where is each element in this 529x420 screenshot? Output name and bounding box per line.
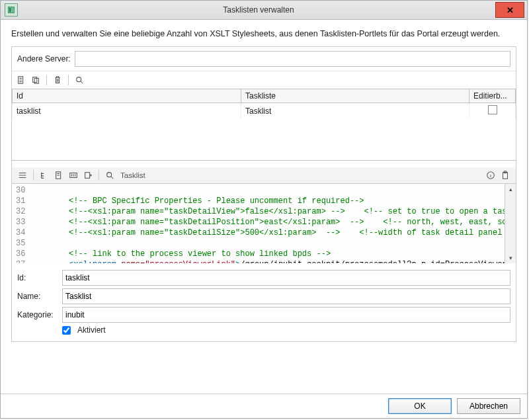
svg-point-5 [77,77,81,82]
svg-rect-0 [9,7,15,13]
name-label: Name: [17,292,58,301]
tasklist-panel: Andere Server: Id Taskliste Editierb... [11,46,516,342]
name-field[interactable] [62,288,510,304]
svg-rect-1 [9,8,11,12]
svg-rect-8 [85,173,90,179]
editor-search-icon[interactable] [103,169,116,182]
hex-icon[interactable] [67,169,80,182]
titlebar: Tasklisten verwalten ✕ [1,1,527,20]
new-icon[interactable] [15,73,28,87]
id-label: Id: [17,273,58,282]
category-field[interactable] [62,307,510,323]
editor-toolbar: Tasklist [12,167,516,184]
other-server-label: Andere Server: [17,54,71,63]
search-icon[interactable] [73,73,86,87]
col-editable[interactable]: Editierb... [469,89,516,103]
tasklist-table: Id Taskliste Editierb... [12,89,516,103]
vertical-scrollbar[interactable]: ▴ ▾ [505,184,516,263]
category-label: Kategorie: [17,310,58,319]
dialog-description: Erstellen und verwalten Sie eine beliebi… [11,28,516,40]
app-icon [5,3,18,17]
close-button[interactable]: ✕ [495,2,524,18]
cell-id: tasklist [13,103,241,118]
active-checkbox[interactable] [62,326,71,335]
detail-form: Id: Name: Kategorie: Aktiviert [12,263,516,341]
delete-icon[interactable] [51,73,64,87]
cell-editable[interactable] [469,103,516,118]
svg-point-9 [107,173,112,177]
cell-tasklist: Tasklist [241,103,469,118]
scroll-up-icon[interactable]: ▴ [505,184,516,194]
id-field[interactable] [62,270,510,286]
cancel-button[interactable]: Abbrechen [457,398,520,414]
close-icon: ✕ [507,5,514,15]
copy-icon[interactable] [29,73,42,87]
col-id[interactable]: Id [13,89,241,103]
line-gutter: 3031323334353637 [12,184,30,263]
table-row[interactable]: tasklist Tasklist [13,103,516,118]
scroll-down-icon[interactable]: ▾ [505,253,516,263]
doc-icon[interactable] [52,169,65,182]
dialog-button-bar: OK Abbrechen [1,394,527,418]
active-label[interactable]: Aktiviert [77,325,106,335]
info-icon[interactable] [484,169,497,182]
other-server-input[interactable] [75,51,510,67]
svg-rect-11 [503,173,508,179]
ok-button[interactable]: OK [388,398,452,414]
code-editor[interactable]: 3031323334353637 <!-- BPC Specific Prope… [12,184,516,263]
tasklist-toolbar [12,71,516,89]
code-area[interactable]: <!-- BPC Specific Properties - Please un… [30,184,505,263]
export-icon[interactable] [81,169,95,182]
checkbox-icon[interactable] [488,105,497,114]
clipboard-icon[interactable] [499,169,512,182]
table-header-row: Id Taskliste Editierb... [13,89,516,103]
col-tasklist[interactable]: Taskliste [241,89,469,103]
menu-icon[interactable] [16,169,29,182]
editor-breadcrumb: Tasklist [120,171,145,179]
tree-icon[interactable] [38,169,51,182]
window-title: Tasklisten verwalten [22,5,495,15]
